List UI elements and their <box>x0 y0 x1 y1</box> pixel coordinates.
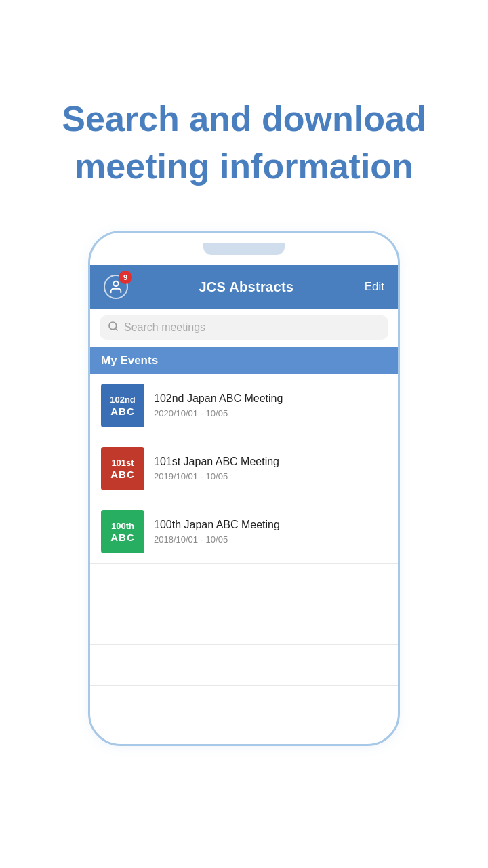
meeting-info-1: 102nd Japan ABC Meeting 2020/10/01 - 10/… <box>154 393 387 418</box>
svg-point-0 <box>113 281 118 286</box>
search-bar[interactable]: Search meetings <box>100 315 388 340</box>
my-events-label: My Events <box>101 354 158 367</box>
hero-title: Search and download meeting information <box>62 95 426 190</box>
meeting-date-3: 2018/10/01 - 10/05 <box>154 534 387 545</box>
phone-top-bar <box>90 233 398 265</box>
search-icon <box>108 321 119 334</box>
search-input[interactable]: Search meetings <box>124 321 380 334</box>
app-header: 9 JCS Abstracts Edit <box>90 265 398 309</box>
meeting-thumb-2: 101st ABC <box>101 447 144 490</box>
phone-bottom <box>90 686 398 713</box>
my-events-section-header: My Events <box>90 347 398 374</box>
meeting-info-3: 100th Japan ABC Meeting 2018/10/01 - 10/… <box>154 519 387 545</box>
edit-button[interactable]: Edit <box>365 280 384 294</box>
phone-mockup: 9 JCS Abstracts Edit Search meetings My … <box>88 231 400 746</box>
phone-notch <box>203 243 285 255</box>
meeting-item-3[interactable]: 100th ABC 100th Japan ABC Meeting 2018/1… <box>90 500 398 564</box>
empty-row-2 <box>90 604 398 645</box>
meeting-name-2: 101st Japan ABC Meeting <box>154 456 387 468</box>
app-title: JCS Abstracts <box>199 279 293 295</box>
meeting-name-3: 100th Japan ABC Meeting <box>154 519 387 531</box>
meeting-thumb-3: 100th ABC <box>101 510 144 553</box>
meeting-name-1: 102nd Japan ABC Meeting <box>154 393 387 405</box>
meeting-item-1[interactable]: 102nd ABC 102nd Japan ABC Meeting 2020/1… <box>90 374 398 437</box>
page-background: Search and download meeting information … <box>0 0 488 868</box>
header-left: 9 <box>104 275 128 299</box>
svg-line-2 <box>115 328 117 330</box>
meeting-info-2: 101st Japan ABC Meeting 2019/10/01 - 10/… <box>154 456 387 481</box>
meeting-item-2[interactable]: 101st ABC 101st Japan ABC Meeting 2019/1… <box>90 437 398 500</box>
meeting-date-2: 2019/10/01 - 10/05 <box>154 471 387 481</box>
empty-row-1 <box>90 564 398 604</box>
hero-section: Search and download meeting information <box>7 95 480 190</box>
search-bar-container: Search meetings <box>90 309 398 347</box>
notification-badge: 9 <box>119 271 132 284</box>
meeting-date-1: 2020/10/01 - 10/05 <box>154 408 387 418</box>
empty-row-3 <box>90 645 398 686</box>
meeting-thumb-1: 102nd ABC <box>101 384 144 427</box>
meeting-list: 102nd ABC 102nd Japan ABC Meeting 2020/1… <box>90 374 398 686</box>
